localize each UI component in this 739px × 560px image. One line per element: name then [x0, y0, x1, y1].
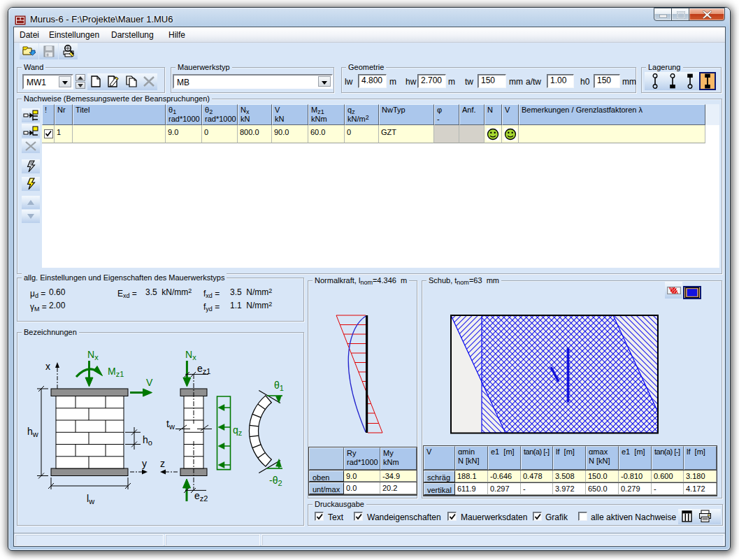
- svg-text:ez2: ez2: [194, 490, 208, 503]
- svg-text:lw: lw: [87, 493, 94, 505]
- svg-text:Mz1: Mz1: [108, 366, 124, 378]
- svg-text:tw: tw: [166, 418, 175, 431]
- svg-text:ez1: ez1: [197, 363, 210, 375]
- svg-text:Nx: Nx: [87, 349, 99, 361]
- svg-text:qz: qz: [233, 424, 242, 437]
- svg-text:hw: hw: [27, 426, 38, 438]
- svg-text:x: x: [45, 361, 50, 372]
- svg-text:-θ2: -θ2: [269, 475, 282, 487]
- svg-text:V: V: [146, 377, 153, 388]
- svg-text:ho: ho: [143, 434, 152, 447]
- svg-text:θ1: θ1: [274, 380, 284, 392]
- svg-text:z: z: [160, 458, 165, 469]
- svg-text:y: y: [142, 458, 147, 469]
- svg-text:Nx: Nx: [185, 349, 196, 361]
